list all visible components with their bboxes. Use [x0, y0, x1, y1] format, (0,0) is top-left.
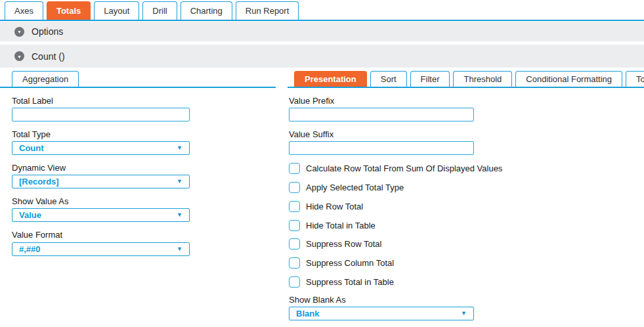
- total-label-label: Total Label: [12, 96, 53, 106]
- tab-tooltips[interactable]: Tooltips: [626, 71, 644, 87]
- dynamic-view-value: [Records]: [19, 177, 59, 186]
- hide-row-total-checkbox[interactable]: [289, 201, 300, 212]
- hide-total-in-table-label: Hide Total in Table: [306, 221, 376, 230]
- tab-drill[interactable]: Drill: [142, 1, 177, 20]
- hide-total-in-table-checkbox[interactable]: [289, 220, 300, 231]
- total-label-input[interactable]: [12, 108, 190, 121]
- show-blank-as-label: Show Blank As: [289, 295, 346, 305]
- tab-filter[interactable]: Filter: [410, 71, 450, 87]
- apply-selected-total-type-label: Apply Selected Total Type: [306, 183, 404, 192]
- chevron-down-icon: ▼: [177, 145, 182, 151]
- tab-layout[interactable]: Layout: [94, 1, 139, 20]
- left-tabbar-divider: [0, 87, 276, 88]
- tab-charting[interactable]: Charting: [181, 1, 232, 20]
- chevron-down-icon: ▼: [177, 179, 182, 185]
- value-prefix-input[interactable]: [289, 108, 474, 121]
- show-value-as-select[interactable]: Value ▼: [12, 208, 190, 222]
- value-format-value: #,##0: [19, 244, 41, 254]
- show-value-as-value: Value: [19, 210, 41, 220]
- dynamic-view-select[interactable]: [Records] ▼: [12, 175, 190, 188]
- chevron-down-icon: ▼: [177, 246, 182, 252]
- total-type-select[interactable]: Count ▼: [12, 141, 190, 155]
- checkbox-row: Suppress Total in Table: [289, 276, 394, 288]
- checkbox-row: Suppress Row Total: [289, 238, 381, 250]
- suppress-row-total-label: Suppress Row Total: [306, 239, 381, 249]
- checkbox-row: Suppress Column Total: [289, 257, 394, 269]
- tab-axes[interactable]: Axes: [5, 1, 43, 20]
- main-tabbar: Axes Totals Layout Drill Charting Run Re…: [5, 1, 299, 20]
- show-blank-as-select[interactable]: Blank ▼: [289, 307, 474, 320]
- suppress-total-in-table-checkbox[interactable]: [289, 276, 300, 288]
- tab-totals[interactable]: Totals: [47, 1, 91, 20]
- tab-run-report[interactable]: Run Report: [236, 1, 299, 20]
- right-panel-tabbar: Presentation Sort Filter Threshold Condi…: [294, 71, 644, 87]
- section-options-label: Options: [32, 26, 63, 37]
- collapse-chevron-icon[interactable]: ▼: [14, 51, 24, 61]
- checkbox-row: Apply Selected Total Type: [289, 182, 404, 193]
- value-suffix-label: Value Suffix: [289, 129, 333, 139]
- total-type-label: Total Type: [12, 129, 51, 139]
- value-prefix-label: Value Prefix: [289, 96, 334, 106]
- suppress-column-total-checkbox[interactable]: [289, 257, 300, 269]
- section-header-options[interactable]: ▼ Options: [0, 22, 644, 41]
- tabbar-divider: [0, 20, 644, 21]
- tab-conditional-formatting[interactable]: Conditional Formatting: [515, 71, 622, 87]
- tab-threshold[interactable]: Threshold: [453, 71, 512, 87]
- suppress-row-total-checkbox[interactable]: [289, 238, 300, 250]
- tab-presentation[interactable]: Presentation: [294, 71, 367, 87]
- show-value-as-label: Show Value As: [12, 196, 68, 206]
- chevron-down-icon: ▼: [177, 212, 182, 218]
- dynamic-view-label: Dynamic View: [12, 163, 66, 173]
- tab-aggregation[interactable]: Aggregation: [12, 71, 79, 87]
- value-suffix-input[interactable]: [289, 141, 474, 155]
- section-header-count[interactable]: ▼ Count (): [0, 45, 644, 68]
- hide-row-total-label: Hide Row Total: [306, 202, 363, 211]
- suppress-column-total-label: Suppress Column Total: [306, 258, 394, 268]
- left-panel-tabbar: Aggregation: [12, 71, 79, 87]
- checkbox-row: Calculate Row Total From Sum Of Displaye…: [289, 163, 502, 174]
- collapse-chevron-icon[interactable]: ▼: [14, 27, 24, 37]
- total-type-value: Count: [19, 143, 44, 153]
- right-tabbar-divider: [288, 87, 644, 88]
- apply-selected-total-type-checkbox[interactable]: [289, 182, 300, 193]
- value-format-select[interactable]: #,##0 ▼: [12, 242, 190, 256]
- section-count-label: Count (): [32, 51, 65, 62]
- show-blank-as-value: Blank: [296, 309, 319, 318]
- chevron-down-icon: ▼: [461, 311, 467, 316]
- calculate-row-total-label: Calculate Row Total From Sum Of Displaye…: [306, 164, 502, 173]
- checkbox-row: Hide Row Total: [289, 201, 363, 212]
- suppress-total-in-table-label: Suppress Total in Table: [306, 277, 394, 287]
- value-format-label: Value Format: [12, 230, 62, 240]
- checkbox-row: Hide Total in Table: [289, 220, 376, 231]
- tab-sort[interactable]: Sort: [370, 71, 407, 87]
- calculate-row-total-checkbox[interactable]: [289, 163, 300, 174]
